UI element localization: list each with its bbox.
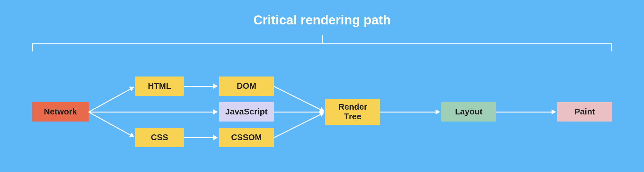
node-dom: DOM (219, 77, 274, 96)
arrow-network-to-javascript (89, 112, 217, 113)
arrow-javascript-to-render (274, 112, 323, 113)
node-paint: Paint (557, 102, 612, 122)
arrow-cssom-to-render (274, 112, 324, 138)
diagram-canvas: NetworkHTMLCSSDOMJavaScriptCSSOMRender T… (0, 0, 644, 172)
node-cssom: CSSOM (219, 128, 274, 147)
node-layout: Layout (441, 102, 496, 122)
arrow-css-to-cssom (184, 137, 217, 138)
arrow-render-to-layout (380, 112, 439, 113)
node-css: CSS (135, 128, 184, 147)
node-html: HTML (135, 77, 184, 96)
arrow-html-to-dom (184, 86, 217, 87)
node-javascript: JavaScript (219, 102, 274, 122)
arrow-network-to-css (88, 112, 134, 137)
node-render: Render Tree (325, 99, 380, 125)
arrow-layout-to-paint (496, 112, 555, 113)
arrow-dom-to-render (274, 86, 324, 112)
node-network: Network (32, 102, 89, 122)
arrow-network-to-html (88, 87, 134, 113)
